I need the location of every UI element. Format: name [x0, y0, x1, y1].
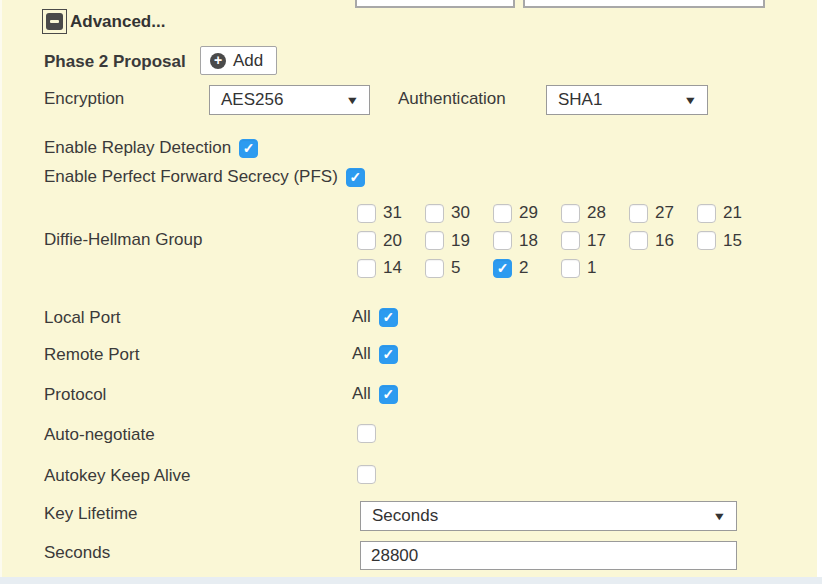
protocol-all-label: All [352, 384, 371, 404]
dh-group-checkbox-5[interactable] [425, 259, 444, 278]
dh-group-number-label: 27 [655, 203, 674, 223]
remote-port-all-row: All [352, 344, 398, 364]
seconds-label: Seconds [44, 543, 110, 563]
dh-group-number-label: 2 [519, 258, 528, 278]
protocol-label: Protocol [44, 385, 106, 405]
dh-group-row: 313029282721 [357, 203, 765, 223]
advanced-label: Advanced... [70, 12, 165, 32]
dh-group-checkbox-29[interactable] [493, 204, 512, 223]
autokey-keep-alive-checkbox[interactable] [357, 465, 376, 484]
dh-group-checkbox-20[interactable] [357, 231, 376, 250]
pfs-row: Enable Perfect Forward Secrecy (PFS) [44, 167, 365, 187]
remote-port-all-checkbox[interactable] [379, 345, 398, 364]
dh-group-checkbox-2[interactable] [493, 259, 512, 278]
dh-group-number-label: 16 [655, 231, 674, 251]
dh-group-label: Diffie-Hellman Group [44, 230, 202, 250]
top-cutoff-input-right[interactable] [523, 0, 765, 8]
dh-group-checkbox-19[interactable] [425, 231, 444, 250]
replay-detection-row: Enable Replay Detection [44, 138, 258, 158]
dh-group-checkbox-17[interactable] [561, 231, 580, 250]
left-edge-strip [0, 0, 2, 584]
dh-group-option-2: 2 [493, 258, 561, 278]
dh-group-option-14: 14 [357, 258, 425, 278]
dh-group-option-18: 18 [493, 231, 561, 251]
dh-group-number-label: 1 [587, 258, 596, 278]
phase2-proposal-label: Phase 2 Proposal [44, 52, 186, 72]
dh-group-number-label: 15 [723, 231, 742, 251]
dh-group-checkbox-18[interactable] [493, 231, 512, 250]
dh-group-checkbox-31[interactable] [357, 204, 376, 223]
dh-group-checkbox-16[interactable] [629, 231, 648, 250]
dh-group-checkbox-30[interactable] [425, 204, 444, 223]
dropdown-arrow-icon: ▼ [345, 94, 359, 106]
dh-group-number-label: 29 [519, 203, 538, 223]
autokey-keep-alive-label: Autokey Keep Alive [44, 466, 190, 486]
encryption-select-value: AES256 [221, 90, 283, 110]
dh-group-number-label: 30 [451, 203, 470, 223]
auto-negotiate-checkbox[interactable] [357, 424, 376, 443]
dh-group-option-20: 20 [357, 231, 425, 251]
dh-group-option-15: 15 [697, 231, 765, 251]
auto-negotiate-label: Auto-negotiate [44, 425, 155, 445]
top-cutoff-input-left[interactable] [355, 0, 515, 8]
local-port-label: Local Port [44, 308, 121, 328]
key-lifetime-label: Key Lifetime [44, 504, 138, 524]
authentication-select-value: SHA1 [558, 90, 602, 110]
dh-group-number-label: 28 [587, 203, 606, 223]
pfs-label: Enable Perfect Forward Secrecy (PFS) [44, 167, 338, 187]
replay-detection-checkbox[interactable] [239, 139, 258, 158]
dh-group-row: 201918171615 [357, 231, 765, 251]
plus-circle-icon: + [210, 53, 226, 69]
remote-port-all-label: All [352, 344, 371, 364]
dh-group-grid: 31302928272120191817161514521 [357, 203, 765, 278]
dh-group-option-17: 17 [561, 231, 629, 251]
dh-group-option-27: 27 [629, 203, 697, 223]
dh-group-number-label: 21 [723, 203, 742, 223]
key-lifetime-select-value: Seconds [372, 506, 438, 526]
dh-group-checkbox-28[interactable] [561, 204, 580, 223]
seconds-input[interactable] [360, 541, 737, 570]
dh-group-checkbox-27[interactable] [629, 204, 648, 223]
authentication-select[interactable]: SHA1 ▼ [546, 85, 708, 115]
local-port-all-label: All [352, 307, 371, 327]
dropdown-arrow-icon: ▼ [712, 510, 726, 522]
replay-detection-label: Enable Replay Detection [44, 138, 231, 158]
dh-group-number-label: 19 [451, 231, 470, 251]
add-proposal-button[interactable]: + Add [200, 46, 277, 75]
dh-group-option-19: 19 [425, 231, 493, 251]
dh-group-number-label: 5 [451, 258, 460, 278]
dh-group-number-label: 17 [587, 231, 606, 251]
dh-group-option-29: 29 [493, 203, 561, 223]
dh-group-option-30: 30 [425, 203, 493, 223]
key-lifetime-select[interactable]: Seconds ▼ [360, 501, 737, 531]
dh-group-number-label: 31 [383, 203, 402, 223]
dh-group-option-28: 28 [561, 203, 629, 223]
dh-group-checkbox-1[interactable] [561, 259, 580, 278]
dh-group-number-label: 18 [519, 231, 538, 251]
protocol-all-checkbox[interactable] [379, 385, 398, 404]
authentication-label: Authentication [398, 89, 506, 109]
dh-group-option-5: 5 [425, 258, 493, 278]
encryption-label: Encryption [44, 89, 124, 109]
local-port-all-checkbox[interactable] [379, 308, 398, 327]
bottom-strip [0, 577, 822, 584]
dh-group-number-label: 14 [383, 258, 402, 278]
dh-group-checkbox-14[interactable] [357, 259, 376, 278]
local-port-all-row: All [352, 307, 398, 327]
encryption-select[interactable]: AES256 ▼ [209, 85, 370, 115]
dh-group-option-16: 16 [629, 231, 697, 251]
dh-group-checkbox-21[interactable] [697, 204, 716, 223]
dropdown-arrow-icon: ▼ [683, 94, 697, 106]
collapse-minus-icon[interactable] [42, 9, 67, 34]
advanced-toggle[interactable]: Advanced... [42, 9, 165, 34]
right-edge-strip [817, 0, 822, 584]
dh-group-option-31: 31 [357, 203, 425, 223]
dh-group-row: 14521 [357, 258, 765, 278]
pfs-checkbox[interactable] [346, 168, 365, 187]
remote-port-label: Remote Port [44, 345, 139, 365]
dh-group-number-label: 20 [383, 231, 402, 251]
dh-group-checkbox-15[interactable] [697, 231, 716, 250]
add-button-label: Add [233, 51, 263, 71]
dh-group-option-1: 1 [561, 258, 629, 278]
vpn-phase2-advanced-panel: Advanced... Phase 2 Proposal + Add Encry… [0, 0, 822, 584]
